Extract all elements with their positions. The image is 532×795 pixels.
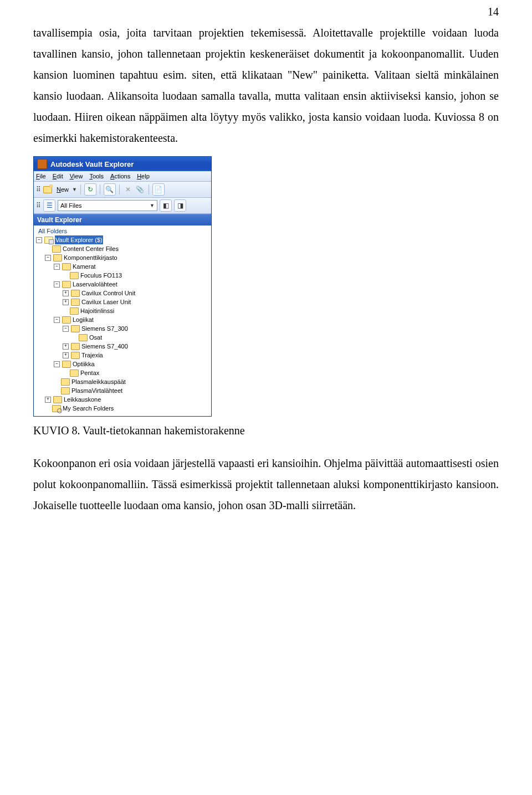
tree-node[interactable]: −Komponenttikirjasto	[44, 253, 210, 262]
tree-label: Siemens S7_400	[81, 342, 128, 351]
tree-label: Komponenttikirjasto	[64, 253, 117, 262]
tree-node[interactable]: Osat	[70, 333, 210, 342]
folder-icon	[71, 290, 80, 297]
tree-root-row[interactable]: − Vault Explorer ($)	[35, 235, 210, 244]
refresh-button[interactable]: ↻	[84, 183, 96, 196]
tree-node[interactable]: −Siemens S7_300	[62, 324, 210, 333]
folder-tree: − Vault Explorer ($) Content Center File…	[35, 235, 210, 413]
tree-label: Cavilux Laser Unit	[81, 298, 131, 306]
app-icon	[37, 159, 47, 169]
menu-actions[interactable]: Actions	[110, 173, 130, 179]
tree-node[interactable]: +Cavilux Control Unit	[62, 289, 210, 298]
expand-toggle[interactable]: +	[63, 343, 69, 350]
toolbar-row-1: ⠿ New ▼ ↻ 🔍 ✕ 📎 📄	[34, 182, 211, 198]
delete-icon: ✕	[125, 186, 131, 193]
folder-icon	[53, 254, 62, 261]
list-view-icon: ☰	[47, 202, 53, 209]
tree-node[interactable]: Hajoitinlinssi	[62, 306, 210, 315]
new-folder-icon	[43, 186, 52, 193]
tree-label: Pentax	[80, 368, 99, 377]
expand-toggle[interactable]: +	[45, 397, 51, 403]
tree-label: My Search Folders	[63, 404, 114, 413]
folder-icon	[71, 325, 80, 332]
tree-node[interactable]: −Optiikka	[53, 360, 210, 368]
vault-explorer-window: Autodesk Vault Explorer File Edit View T…	[33, 156, 212, 417]
folder-icon	[70, 370, 79, 377]
folder-icon	[61, 378, 70, 386]
add-file-icon: 📄	[154, 186, 162, 193]
folder-icon	[71, 299, 80, 306]
tree-label: Siemens S7_300	[81, 324, 128, 333]
attach-button[interactable]: 📎	[135, 184, 145, 195]
collapse-toggle[interactable]: −	[54, 264, 60, 270]
expand-toggle[interactable]: +	[63, 352, 69, 358]
tree-node[interactable]: Plasmaleikkauspäät	[53, 377, 210, 386]
tree-label: Optiikka	[73, 360, 95, 368]
folder-icon	[62, 281, 71, 288]
tree-node[interactable]: +Siemens S7_400	[62, 342, 210, 351]
separator	[80, 184, 81, 194]
panel-button-1[interactable]: ◧	[160, 199, 172, 212]
tree-label: Cavilux Control Unit	[81, 289, 135, 298]
grip-icon: ⠿	[36, 186, 41, 193]
tree-root-label: Vault Explorer ($)	[55, 235, 103, 244]
folder-icon	[53, 396, 62, 403]
expand-toggle[interactable]: +	[63, 299, 69, 305]
panel-icon: ◧	[163, 202, 169, 209]
paperclip-icon: 📎	[136, 186, 144, 193]
paragraph-2: Kokoonpanon eri osia voidaan järjestellä…	[33, 453, 499, 516]
filter-value: All Files	[60, 202, 82, 209]
folder-icon	[71, 352, 80, 359]
tree-node[interactable]: Content Center Files	[44, 244, 210, 253]
collapse-toggle[interactable]: −	[54, 317, 60, 323]
delete-button[interactable]: ✕	[123, 184, 133, 195]
new-button[interactable]: New	[57, 186, 69, 193]
menu-help[interactable]: Help	[137, 173, 150, 179]
tree-label: Leikkauskone	[64, 395, 101, 404]
tree-node[interactable]: Pentax	[62, 368, 210, 377]
folder-icon	[70, 272, 79, 279]
tree-node[interactable]: −Logiikat	[53, 315, 210, 324]
view-mode-button[interactable]: ☰	[43, 199, 55, 212]
collapse-toggle[interactable]: −	[63, 326, 69, 332]
collapse-toggle[interactable]: −	[54, 361, 60, 367]
collapse-toggle[interactable]: −	[54, 281, 60, 288]
figure-caption: KUVIO 8. Vault-tietokannan hakemistorake…	[33, 424, 499, 437]
tree-node[interactable]: My Search Folders	[44, 404, 210, 413]
folder-icon	[61, 387, 70, 394]
menu-edit[interactable]: Edit	[53, 173, 63, 179]
tree-label: Trajexia	[81, 351, 103, 360]
tree-node[interactable]: PlasmaVirtalähteet	[53, 386, 210, 395]
tree-node[interactable]: Foculus FO113	[62, 271, 210, 280]
tree-label: Hajoitinlinssi	[80, 306, 114, 315]
tree-label: Kamerat	[73, 262, 96, 271]
separator	[119, 184, 120, 194]
tree-node[interactable]: +Leikkauskone	[44, 395, 210, 404]
folder-icon	[62, 263, 71, 270]
add-file-button[interactable]: 📄	[152, 183, 165, 196]
separator	[100, 184, 100, 194]
expand-toggle[interactable]: +	[63, 290, 69, 296]
panel-icon: ◨	[177, 202, 183, 209]
tree-label: PlasmaVirtalähteet	[71, 386, 122, 395]
tree-node[interactable]: +Cavilux Laser Unit	[62, 298, 210, 306]
tree-label: Osat	[89, 333, 102, 342]
collapse-toggle[interactable]: −	[45, 255, 51, 261]
tree-node[interactable]: −Laservalolähteet	[53, 280, 210, 289]
grip-icon: ⠿	[36, 202, 41, 209]
tree-node[interactable]: −Kamerat	[53, 262, 210, 271]
new-dropdown-caret[interactable]: ▼	[72, 187, 77, 192]
menu-file[interactable]: File	[36, 173, 46, 179]
menu-tools[interactable]: Tools	[89, 173, 104, 179]
find-button[interactable]: 🔍	[104, 183, 116, 196]
panel-button-2[interactable]: ◨	[174, 199, 186, 212]
filter-combo[interactable]: All Files ▼	[58, 200, 157, 211]
menu-view[interactable]: View	[70, 173, 83, 179]
folder-icon	[62, 316, 71, 324]
tree-label: Laservalolähteet	[73, 280, 117, 289]
tree-label: Foculus FO113	[80, 271, 122, 280]
vault-icon	[44, 237, 53, 244]
folder-icon	[79, 334, 88, 341]
tree-node[interactable]: +Trajexia	[62, 351, 210, 360]
collapse-toggle[interactable]: −	[36, 237, 42, 243]
